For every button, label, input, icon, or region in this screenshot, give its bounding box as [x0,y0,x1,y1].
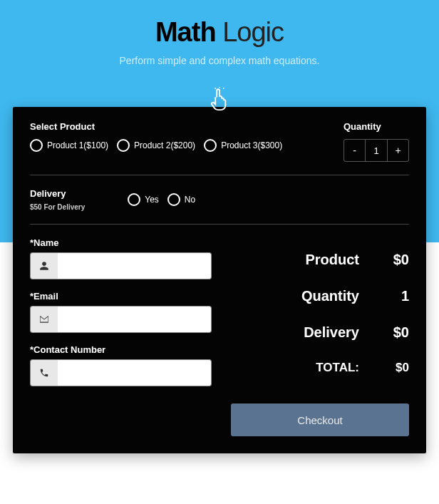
summary-total-value: $0 [359,361,409,375]
radio-icon [204,139,217,152]
email-label: *Email [30,291,212,302]
summary-delivery-value: $0 [359,324,409,341]
divider [30,175,409,175]
delivery-sublabel: $50 For Delivery [30,203,85,211]
page-subtitle: Perform simple and complex math equation… [0,55,439,66]
delivery-yes[interactable]: Yes [128,193,159,206]
product-option-3-label: Product 3($300) [221,140,282,150]
product-option-2[interactable]: Product 2($200) [117,139,195,152]
email-input[interactable] [58,307,211,332]
title-light: Logic [216,17,284,47]
divider [30,224,409,225]
summary-product-label: Product [233,252,359,268]
quantity-label: Quantity [344,121,409,132]
envelope-icon [31,307,58,332]
delivery-yes-label: Yes [145,195,159,205]
cursor-pointer-icon [208,87,231,115]
quantity-minus-button[interactable]: - [344,140,366,161]
user-icon [31,253,58,279]
delivery-no[interactable]: No [167,193,195,206]
radio-icon [128,193,140,206]
name-input[interactable] [58,253,211,279]
contact-input[interactable] [58,360,211,386]
product-option-1-label: Product 1($100) [47,140,108,150]
title-bold: Math [155,17,216,47]
product-option-2-label: Product 2($200) [134,140,195,150]
contact-label: *Contact Number [30,344,212,355]
product-option-3[interactable]: Product 3($300) [204,139,282,152]
radio-icon [30,139,43,152]
phone-icon [31,360,58,386]
checkout-button[interactable]: Checkout [231,403,409,436]
quantity-plus-button[interactable]: + [387,140,408,161]
form-card: Select Product Product 1($100) Product 2… [13,107,426,453]
summary-delivery-label: Delivery [233,324,359,341]
quantity-value: 1 [366,140,387,161]
page-title: Math Logic [0,17,439,48]
summary-quantity-value: 1 [359,288,409,304]
quantity-stepper: - 1 + [344,139,409,162]
radio-icon [167,193,180,206]
summary-total-label: TOTAL: [233,361,359,375]
summary-product-value: $0 [359,252,409,268]
product-option-1[interactable]: Product 1($100) [30,139,108,152]
select-product-label: Select Product [30,121,282,132]
summary-quantity-label: Quantity [233,288,359,304]
radio-icon [117,139,130,152]
delivery-no-label: No [185,195,195,205]
name-label: *Name [30,237,212,248]
delivery-label: Delivery [30,188,85,199]
